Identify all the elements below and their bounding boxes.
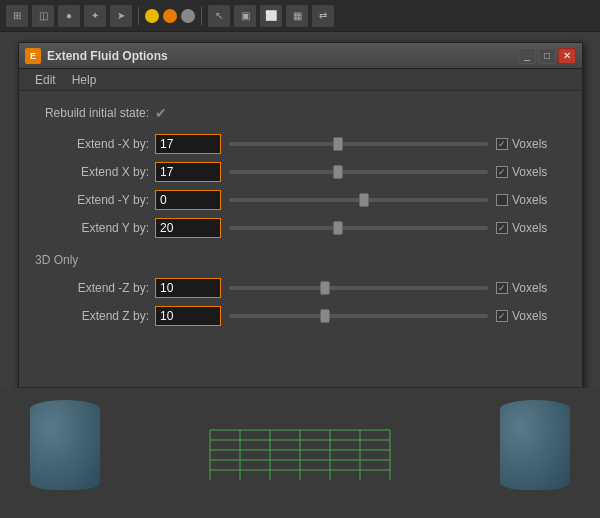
- toolbar-icon-cursor[interactable]: ↖: [208, 5, 230, 27]
- menubar: Edit Help: [19, 69, 582, 91]
- extend-neg-z-checkbox[interactable]: [496, 282, 508, 294]
- extend-neg-z-row: Extend -Z by: Voxels: [35, 277, 566, 299]
- toolbar-icon-arrow[interactable]: ➤: [110, 5, 132, 27]
- rebuild-row: Rebuild initial state: ✔: [19, 101, 582, 129]
- section-3d-label: 3D Only: [19, 249, 582, 273]
- dialog-icon: E: [25, 48, 41, 64]
- toolbar-icon-box[interactable]: ⬜: [260, 5, 282, 27]
- extend-neg-z-input[interactable]: [155, 278, 221, 298]
- toolbar-icon-grid[interactable]: ⊞: [6, 5, 28, 27]
- minimize-button[interactable]: _: [518, 48, 536, 64]
- bg-scene: [0, 388, 600, 518]
- toolbar-icon-star[interactable]: ✦: [84, 5, 106, 27]
- extend-neg-x-voxels: Voxels: [496, 137, 566, 151]
- toolbar-icon-share[interactable]: ⇄: [312, 5, 334, 27]
- extend-neg-x-input[interactable]: [155, 134, 221, 154]
- extend-neg-z-voxels: Voxels: [496, 281, 566, 295]
- extend-y-voxels: Voxels: [496, 221, 566, 235]
- maximize-button[interactable]: □: [538, 48, 556, 64]
- rebuild-label: Rebuild initial state:: [35, 106, 155, 120]
- menu-help[interactable]: Help: [64, 71, 105, 89]
- extend-neg-x-slider-thumb[interactable]: [333, 137, 343, 151]
- dialog-extend-fluid: E Extend Fluid Options _ □ ✕ Edit Help R…: [18, 42, 583, 427]
- extend-neg-x-slider-track[interactable]: [229, 142, 488, 146]
- extend-y-input[interactable]: [155, 218, 221, 238]
- toolbar-icon-cube[interactable]: ◫: [32, 5, 54, 27]
- extend-y-slider-track[interactable]: [229, 226, 488, 230]
- extend-y-row: Extend Y by: Voxels: [35, 217, 566, 239]
- extend-x-voxels: Voxels: [496, 165, 566, 179]
- extend-y-checkbox[interactable]: [496, 222, 508, 234]
- menu-edit[interactable]: Edit: [27, 71, 64, 89]
- cylinder-right: [500, 400, 570, 490]
- toolbar-separator: [138, 7, 139, 25]
- extend-neg-x-label: Extend -X by:: [35, 137, 155, 151]
- extend-y-slider-thumb[interactable]: [333, 221, 343, 235]
- rebuild-checkbox[interactable]: ✔: [155, 105, 167, 121]
- extend-x-slider-thumb[interactable]: [333, 165, 343, 179]
- form-section-xy: Extend -X by: Voxels Extend X by:: [19, 129, 582, 249]
- extend-neg-z-label: Extend -Z by:: [35, 281, 155, 295]
- extend-neg-y-row: Extend -Y by: Voxels: [35, 189, 566, 211]
- extend-z-voxels: Voxels: [496, 309, 566, 323]
- extend-neg-x-row: Extend -X by: Voxels: [35, 133, 566, 155]
- dialog-body: Rebuild initial state: ✔ Extend -X by: V…: [19, 91, 582, 426]
- extend-neg-y-slider-thumb[interactable]: [359, 193, 369, 207]
- extend-z-checkbox[interactable]: [496, 310, 508, 322]
- extend-x-label: Extend X by:: [35, 165, 155, 179]
- close-button[interactable]: ✕: [558, 48, 576, 64]
- content-area: E Extend Fluid Options _ □ ✕ Edit Help R…: [0, 32, 600, 518]
- extend-z-row: Extend Z by: Voxels: [35, 305, 566, 327]
- extend-neg-y-voxels: Voxels: [496, 193, 566, 207]
- toolbar-separator-2: [201, 7, 202, 25]
- extend-y-label: Extend Y by:: [35, 221, 155, 235]
- extend-x-input[interactable]: [155, 162, 221, 182]
- toolbar-icon-sphere[interactable]: ●: [58, 5, 80, 27]
- extend-neg-y-label: Extend -Y by:: [35, 193, 155, 207]
- cylinder-left: [30, 400, 100, 490]
- extend-z-slider-track[interactable]: [229, 314, 488, 318]
- extend-neg-y-checkbox[interactable]: [496, 194, 508, 206]
- toolbar: ⊞ ◫ ● ✦ ➤ ↖ ▣ ⬜ ▦ ⇄: [0, 0, 600, 32]
- extend-x-checkbox[interactable]: [496, 166, 508, 178]
- extend-neg-x-checkbox[interactable]: [496, 138, 508, 150]
- extend-z-input[interactable]: [155, 306, 221, 326]
- form-section-z: Extend -Z by: Voxels Extend Z by:: [19, 273, 582, 337]
- extend-z-label: Extend Z by:: [35, 309, 155, 323]
- extend-x-slider-track[interactable]: [229, 170, 488, 174]
- toolbar-circle-gray: [181, 9, 195, 23]
- toolbar-circle-yellow: [145, 9, 159, 23]
- grid-plane: [200, 420, 400, 490]
- toolbar-icon-screen[interactable]: ▦: [286, 5, 308, 27]
- extend-neg-y-input[interactable]: [155, 190, 221, 210]
- extend-neg-y-slider-track[interactable]: [229, 198, 488, 202]
- toolbar-circle-orange: [163, 9, 177, 23]
- extend-z-slider-thumb[interactable]: [320, 309, 330, 323]
- extend-neg-z-slider-thumb[interactable]: [320, 281, 330, 295]
- spacer: [19, 337, 582, 387]
- extend-x-row: Extend X by: Voxels: [35, 161, 566, 183]
- extend-neg-z-slider-track[interactable]: [229, 286, 488, 290]
- toolbar-icon-monitor[interactable]: ▣: [234, 5, 256, 27]
- dialog-title: Extend Fluid Options: [47, 49, 516, 63]
- dialog-titlebar: E Extend Fluid Options _ □ ✕: [19, 43, 582, 69]
